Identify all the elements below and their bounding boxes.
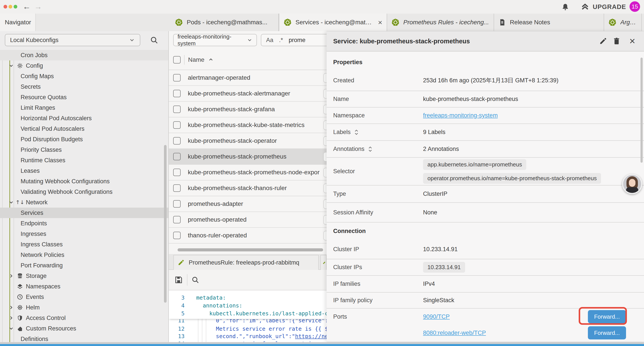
window-maximize-button[interactable]: [14, 5, 17, 8]
chevron-down-icon[interactable]: [8, 326, 14, 331]
chevron-right-icon[interactable]: [8, 315, 14, 321]
forward-button-8080[interactable]: Forward...: [588, 326, 626, 340]
sidebar-item-storage[interactable]: Storage: [0, 271, 168, 281]
row-checkbox[interactable]: [173, 184, 180, 192]
sidebar-item-runtime-classes[interactable]: Runtime Classes: [0, 155, 168, 166]
sidebar-item-port-forwarding[interactable]: Port Forwarding: [0, 260, 168, 271]
sidebar-item-services[interactable]: Services: [0, 208, 168, 218]
match-case-toggle[interactable]: Aa: [266, 37, 273, 43]
port-8080-link[interactable]: 8080:reloader-web/TCP: [423, 330, 486, 336]
sidebar-item-pod-disruption-budgets[interactable]: Pod Disruption Budgets: [0, 134, 168, 145]
table-row-kube-prometheus-stack-prometheus-node-expor[interactable]: kube-prometheus-stack-prometheus-node-ex…: [169, 165, 326, 180]
row-checkbox[interactable]: [173, 200, 180, 208]
chevron-right-icon[interactable]: [8, 305, 14, 310]
table-row-thanos-ruler-operated[interactable]: thanos-ruler-operated: [169, 228, 326, 244]
row-checkbox[interactable]: [173, 106, 180, 113]
sidebar-item-label: Access Control: [26, 315, 66, 322]
tab-prometheus-rules-icecheng[interactable]: Prometheus Rules - icecheng...: [387, 13, 494, 31]
window-minimize-button[interactable]: [8, 5, 12, 8]
table-row-prometheus-operated[interactable]: prometheus-operated: [169, 212, 326, 228]
assistant-avatar[interactable]: [622, 174, 642, 194]
table-row-kube-prometheus-stack-grafana[interactable]: kube-prometheus-stack-grafana: [169, 102, 326, 117]
sidebar-item-network-policies[interactable]: Network Policies: [0, 250, 168, 260]
upgrade-button[interactable]: UPGRADE: [580, 3, 626, 11]
table-row-prometheus-adapter[interactable]: prometheus-adapter: [169, 196, 326, 212]
expander-up-down-icon[interactable]: [368, 146, 373, 152]
forward-arrow-icon[interactable]: →: [34, 2, 42, 11]
window-close-button[interactable]: [4, 5, 7, 8]
port-9090-link[interactable]: 9090/TCP: [423, 313, 450, 320]
drawer-scrollbar[interactable]: [640, 58, 643, 163]
sidebar-item-horizontal-pod-autoscalers[interactable]: Horizontal Pod Autoscalers: [0, 113, 168, 123]
filter-input[interactable]: Aa .* prome: [261, 34, 333, 46]
table-row-kube-prometheus-stack-alertmanager[interactable]: kube-prometheus-stack-alertmanager: [169, 86, 326, 102]
sidebar-item-secrets[interactable]: Secrets: [0, 81, 168, 92]
name-column-header[interactable]: Name: [188, 56, 204, 63]
table-row-kube-prometheus-stack-thanos-ruler[interactable]: kube-prometheus-stack-thanos-ruler: [169, 180, 326, 196]
sidebar-scrollbar[interactable]: [164, 145, 166, 303]
table-row-kube-prometheus-stack-prometheus[interactable]: kube-prometheus-stack-prometheus: [169, 149, 326, 165]
sidebar-item-config[interactable]: Config: [0, 60, 168, 71]
sidebar-item-priority-classes[interactable]: Priority Classes: [0, 145, 168, 155]
sidebar-item-leases[interactable]: Leases: [0, 166, 168, 176]
row-checkbox[interactable]: [173, 74, 180, 81]
save-icon[interactable]: [174, 276, 183, 284]
back-arrow-icon[interactable]: ←: [23, 2, 31, 11]
sidebar-item-network[interactable]: ↑↓Network: [0, 197, 168, 208]
notification-count-badge[interactable]: 15: [630, 1, 640, 12]
editor-search-icon[interactable]: [191, 276, 199, 284]
navigator-panel-tab[interactable]: Navigator: [0, 13, 36, 31]
labels-value[interactable]: 9 Labels: [423, 129, 446, 136]
row-checkbox[interactable]: [173, 90, 180, 97]
table-row-kube-prometheus-stack-kube-state-metrics[interactable]: kube-prometheus-stack-kube-state-metrics: [169, 117, 326, 133]
namespace-select[interactable]: freeleaps-monitoring-system: [173, 34, 257, 46]
sidebar-item-mutating-webhook-configurations[interactable]: Mutating Webhook Configurations: [0, 176, 168, 187]
sidebar-item-custom-resources[interactable]: Custom Resources: [0, 323, 168, 334]
kubeconfig-select[interactable]: Local Kubeconfigs: [5, 34, 140, 46]
row-checkbox[interactable]: [173, 121, 180, 129]
tab-services-icecheng-math[interactable]: Services - icecheng@math...×: [279, 13, 387, 31]
code-link[interactable]: https://net: [295, 333, 326, 340]
sidebar-item-helm[interactable]: Helm: [0, 302, 168, 313]
editor-tab-partial[interactable]: [320, 255, 326, 270]
close-icon[interactable]: ×: [629, 34, 635, 47]
delete-trash-icon[interactable]: [612, 37, 621, 45]
tab-argo-se[interactable]: Argo Se: [604, 13, 642, 31]
tab-pods-icecheng-mathmas[interactable]: Pods - icecheng@mathmas...: [170, 13, 279, 31]
tab-release-notes[interactable]: Release Notes: [494, 13, 604, 31]
annotations-value[interactable]: 2 Annotations: [423, 146, 459, 152]
sidebar-item-ingress-classes[interactable]: Ingress Classes: [0, 239, 168, 250]
sidebar-item-events[interactable]: Events: [0, 292, 168, 302]
sidebar-item-resource-quotas[interactable]: Resource Quotas: [0, 92, 168, 102]
namespace-link[interactable]: freeleaps-monitoring-system: [423, 112, 498, 119]
close-tab-icon[interactable]: ×: [376, 18, 382, 27]
regex-toggle-icon[interactable]: .*: [279, 37, 283, 43]
horizontal-scrollbar[interactable]: [178, 248, 323, 251]
yaml-editor[interactable]: 11 0","for":"1m","labels":{"service":" 1…: [169, 290, 326, 344]
table-row-alertmanager-operated[interactable]: alertmanager-operated: [169, 70, 326, 86]
row-checkbox[interactable]: [173, 169, 180, 176]
sidebar-item-namespaces[interactable]: Namespaces: [0, 281, 168, 292]
sidebar-item-vertical-pod-autoscalers[interactable]: Vertical Pod Autoscalers: [0, 123, 168, 134]
select-all-checkbox[interactable]: [173, 56, 180, 63]
sidebar-item-validating-webhook-configurations[interactable]: Validating Webhook Configurations: [0, 187, 168, 197]
sidebar-item-config-maps[interactable]: Config Maps: [0, 71, 168, 81]
expander-up-down-icon[interactable]: [354, 129, 359, 136]
row-checkbox[interactable]: [173, 232, 180, 239]
row-checkbox[interactable]: [173, 216, 180, 223]
bell-icon[interactable]: [561, 3, 570, 11]
editor-tab-prometheusrule[interactable]: PrometheusRule: freeleaps-prod-rabbitmq: [174, 255, 319, 270]
row-checkbox[interactable]: [173, 153, 180, 160]
sidebar-item-limit-ranges[interactable]: Limit Ranges: [0, 102, 168, 113]
sidebar-item-cron-jobs[interactable]: Cron Jobs: [0, 50, 168, 60]
chevron-right-icon[interactable]: [8, 273, 14, 279]
row-checkbox[interactable]: [173, 137, 180, 145]
chevron-down-icon[interactable]: [8, 63, 14, 68]
edit-pencil-icon[interactable]: [599, 37, 607, 45]
chevron-down-icon[interactable]: [8, 200, 14, 205]
sidebar-item-access-control[interactable]: Access Control: [0, 313, 168, 323]
table-row-kube-prometheus-stack-operator[interactable]: kube-prometheus-stack-operator: [169, 133, 326, 149]
sidebar-item-endpoints[interactable]: Endpoints: [0, 218, 168, 229]
search-icon[interactable]: [150, 36, 158, 44]
sidebar-item-ingresses[interactable]: Ingresses: [0, 229, 168, 239]
